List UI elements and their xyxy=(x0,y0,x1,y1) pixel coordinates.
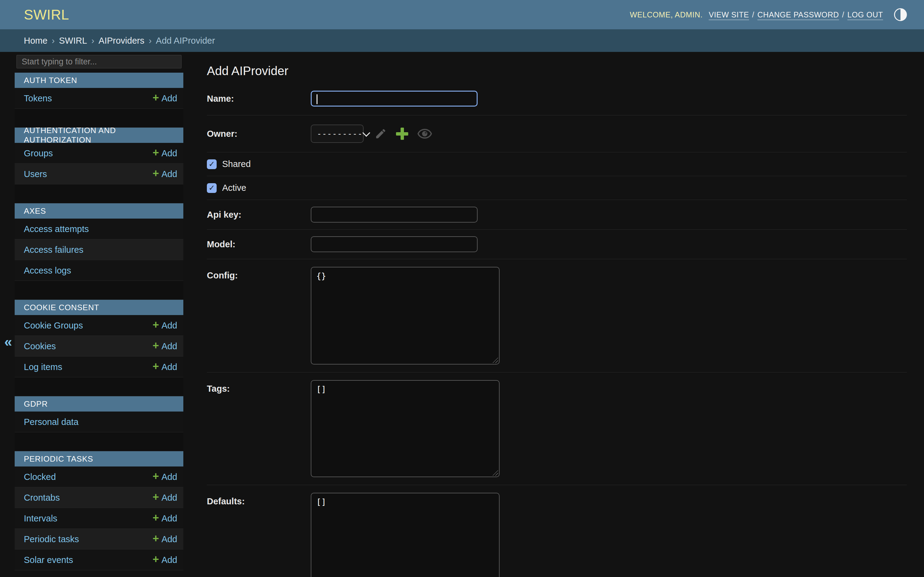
api-key-label: Api key: xyxy=(207,210,311,220)
config-textarea[interactable]: {} xyxy=(311,267,499,364)
form-row-name: Name: xyxy=(207,82,907,115)
add-periodic-tasks-button[interactable]: + Add xyxy=(152,533,177,545)
breadcrumb-swirl[interactable]: SWIRL xyxy=(59,36,87,46)
view-site-link[interactable]: VIEW SITE xyxy=(709,10,749,19)
plus-icon: + xyxy=(152,471,159,482)
text-cursor xyxy=(317,94,317,104)
users-link[interactable]: Users xyxy=(24,169,47,179)
intervals-link[interactable]: Intervals xyxy=(24,514,57,524)
link-separator: / xyxy=(842,10,845,19)
access-attempts-link[interactable]: Access attempts xyxy=(24,224,89,234)
plus-icon: + xyxy=(152,340,159,351)
api-key-field[interactable] xyxy=(311,207,478,222)
personal-data-link[interactable]: Personal data xyxy=(24,417,79,427)
model-label: Model: xyxy=(207,239,311,250)
active-checkbox[interactable]: ✓ xyxy=(207,183,216,193)
plus-icon: + xyxy=(152,147,159,158)
form-row-defaults: Defaults: [] xyxy=(207,485,907,577)
pencil-icon xyxy=(375,127,387,140)
sidebar-item-intervals: Intervals + Add xyxy=(15,508,183,529)
section-header-auth: AUTHENTICATION AND AUTHORIZATION xyxy=(15,127,183,143)
plus-icon xyxy=(396,127,408,140)
owner-label: Owner: xyxy=(207,129,311,139)
breadcrumb-separator: › xyxy=(149,36,152,46)
page-title: Add AIProvider xyxy=(207,64,907,78)
model-field[interactable] xyxy=(311,236,478,252)
form-row-tags: Tags: [] xyxy=(207,372,907,485)
breadcrumb-aiproviders[interactable]: AIProviders xyxy=(99,36,145,46)
sidebar-item-log-items: Log items + Add xyxy=(15,356,183,377)
plus-icon: + xyxy=(152,533,159,544)
owner-selected-value: --------- xyxy=(317,129,363,138)
form-row-active: ✓ Active xyxy=(207,176,907,200)
add-solar-events-button[interactable]: + Add xyxy=(152,554,177,566)
add-cookie-groups-button[interactable]: + Add xyxy=(152,320,177,331)
tags-label: Tags: xyxy=(207,384,311,394)
sidebar-item-cookies: Cookies + Add xyxy=(15,336,183,356)
section-header-axes: AXES xyxy=(15,203,183,219)
breadcrumb-home[interactable]: Home xyxy=(24,36,47,46)
add-groups-button[interactable]: + Add xyxy=(152,148,177,159)
defaults-label: Defaults: xyxy=(207,496,311,506)
app-header: SWIRL WELCOME, ADMIN. VIEW SITE / CHANGE… xyxy=(0,0,924,29)
welcome-text: WELCOME, ADMIN. xyxy=(630,10,703,19)
brand-logo[interactable]: SWIRL xyxy=(24,6,69,23)
crontabs-link[interactable]: Crontabs xyxy=(24,493,60,503)
change-password-link[interactable]: CHANGE PASSWORD xyxy=(758,10,839,19)
form-row-config: Config: {} xyxy=(207,259,907,372)
owner-related-actions xyxy=(375,127,432,140)
add-intervals-button[interactable]: + Add xyxy=(152,513,177,524)
active-label: Active xyxy=(222,183,246,193)
add-users-button[interactable]: + Add xyxy=(152,169,177,179)
access-failures-link[interactable]: Access failures xyxy=(24,245,83,255)
add-clocked-button[interactable]: + Add xyxy=(152,471,177,482)
groups-link[interactable]: Groups xyxy=(24,148,53,158)
cookies-link[interactable]: Cookies xyxy=(24,341,56,351)
plus-icon: + xyxy=(152,168,159,179)
add-log-items-button[interactable]: + Add xyxy=(152,361,177,372)
tokens-link[interactable]: Tokens xyxy=(24,93,52,103)
sidebar-filter-input[interactable] xyxy=(16,55,181,68)
plus-icon: + xyxy=(152,554,159,565)
plus-icon: + xyxy=(152,492,159,503)
tags-textarea[interactable]: [] xyxy=(311,380,499,477)
add-owner-button[interactable] xyxy=(396,127,408,140)
plus-icon: + xyxy=(152,319,159,330)
theme-toggle-icon[interactable] xyxy=(894,8,907,21)
sidebar-item-access-attempts: Access attempts xyxy=(15,219,183,239)
view-owner-button[interactable] xyxy=(417,129,432,139)
nav-sidebar: AUTH TOKEN Tokens + Add AUTHENTICATION A… xyxy=(15,52,183,577)
add-tokens-button[interactable]: + Add xyxy=(152,93,177,104)
section-spacer xyxy=(15,184,183,203)
sidebar-item-groups: Groups + Add xyxy=(15,143,183,164)
log-out-link[interactable]: LOG OUT xyxy=(847,10,883,19)
sidebar-item-periodic-tasks: Periodic tasks + Add xyxy=(15,529,183,550)
breadcrumb-separator: › xyxy=(91,36,94,46)
section-header-cookie-consent: COOKIE CONSENT xyxy=(15,300,183,315)
shared-checkbox[interactable]: ✓ xyxy=(207,160,216,169)
log-items-link[interactable]: Log items xyxy=(24,362,62,372)
user-tools: WELCOME, ADMIN. VIEW SITE / CHANGE PASSW… xyxy=(630,8,907,21)
name-field[interactable] xyxy=(311,91,478,106)
plus-icon: + xyxy=(152,92,159,103)
sidebar-item-solar-events: Solar events + Add xyxy=(15,550,183,570)
defaults-textarea[interactable]: [] xyxy=(311,493,499,577)
plus-icon: + xyxy=(152,361,159,372)
sidebar-item-tokens: Tokens + Add xyxy=(15,88,183,109)
config-label: Config: xyxy=(207,271,311,280)
cookie-groups-link[interactable]: Cookie Groups xyxy=(24,321,83,330)
solar-events-link[interactable]: Solar events xyxy=(24,555,73,565)
sidebar-collapse-icon[interactable]: « xyxy=(4,335,12,349)
form-row-owner: Owner: --------- xyxy=(207,115,907,152)
add-crontabs-button[interactable]: + Add xyxy=(152,492,177,503)
section-header-gdpr: GDPR xyxy=(15,396,183,411)
breadcrumb-current: Add AIProvider xyxy=(156,36,215,46)
add-cookies-button[interactable]: + Add xyxy=(152,341,177,352)
periodic-tasks-link[interactable]: Periodic tasks xyxy=(24,534,79,544)
breadcrumb: Home › SWIRL › AIProviders › Add AIProvi… xyxy=(0,29,924,52)
access-logs-link[interactable]: Access logs xyxy=(24,266,71,276)
sidebar-item-access-logs: Access logs xyxy=(15,260,183,281)
clocked-link[interactable]: Clocked xyxy=(24,472,56,482)
owner-select[interactable]: --------- xyxy=(311,124,363,143)
edit-owner-button[interactable] xyxy=(375,127,387,140)
